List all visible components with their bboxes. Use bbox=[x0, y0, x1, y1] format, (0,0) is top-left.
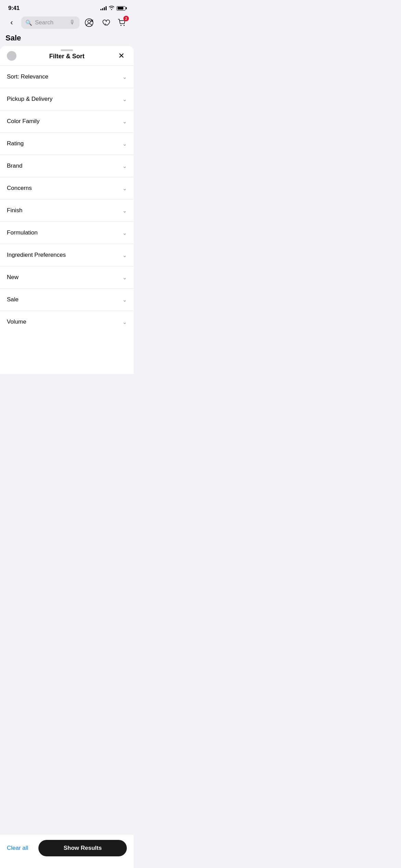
filter-row-brand[interactable]: Brand ⌄ bbox=[0, 155, 134, 177]
filter-row-color[interactable]: Color Family ⌄ bbox=[0, 110, 134, 133]
battery-icon bbox=[117, 6, 125, 11]
cart-badge: 2 bbox=[123, 16, 129, 21]
microphone-icon: 🎙 bbox=[70, 19, 75, 26]
sheet-header: Filter & Sort ✕ bbox=[0, 46, 134, 66]
chevron-down-icon-sale: ⌄ bbox=[122, 297, 127, 303]
filter-row-sort[interactable]: Sort: Relevance ⌄ bbox=[0, 66, 134, 88]
chevron-down-icon-pickup: ⌄ bbox=[122, 96, 127, 103]
signal-icon bbox=[100, 6, 107, 10]
sheet-circle-decoration bbox=[7, 51, 16, 61]
close-button[interactable]: ✕ bbox=[116, 50, 127, 61]
filter-sheet: Filter & Sort ✕ Sort: Relevance ⌄ Pickup… bbox=[0, 46, 134, 374]
status-bar: 9:41 bbox=[0, 0, 134, 14]
filter-list: Sort: Relevance ⌄ Pickup & Delivery ⌄ Co… bbox=[0, 66, 134, 333]
back-chevron-icon: ‹ bbox=[10, 19, 13, 26]
chevron-down-icon-formulation: ⌄ bbox=[122, 230, 127, 236]
wishlist-button[interactable] bbox=[99, 16, 112, 29]
filter-row-sale[interactable]: Sale ⌄ bbox=[0, 289, 134, 311]
filter-row-concerns[interactable]: Concerns ⌄ bbox=[0, 177, 134, 200]
filter-label-pickup: Pickup & Delivery bbox=[7, 96, 52, 103]
filter-row-volume[interactable]: Volume ⌄ bbox=[0, 311, 134, 333]
filter-label-finish: Finish bbox=[7, 207, 22, 214]
filter-label-ingredient: Ingredient Preferences bbox=[7, 252, 66, 258]
search-icon: 🔍 bbox=[25, 20, 32, 26]
svg-point-5 bbox=[124, 25, 125, 26]
svg-point-1 bbox=[88, 20, 90, 23]
filter-label-rating: Rating bbox=[7, 140, 24, 147]
chevron-down-icon-volume: ⌄ bbox=[122, 319, 127, 325]
filter-row-pickup[interactable]: Pickup & Delivery ⌄ bbox=[0, 88, 134, 110]
filter-row-formulation[interactable]: Formulation ⌄ bbox=[0, 222, 134, 244]
filter-row-new[interactable]: New ⌄ bbox=[0, 266, 134, 289]
cart-button[interactable]: 2 bbox=[116, 16, 128, 29]
page-title: Sale bbox=[5, 34, 128, 43]
search-placeholder: Search bbox=[35, 19, 67, 26]
chevron-down-icon-finish: ⌄ bbox=[122, 207, 127, 214]
sheet-title: Filter & Sort bbox=[49, 53, 84, 60]
chevron-down-icon-brand: ⌄ bbox=[122, 163, 127, 169]
wifi-icon bbox=[109, 5, 114, 11]
back-button[interactable]: ‹ bbox=[5, 16, 18, 29]
chevron-down-icon-sort: ⌄ bbox=[122, 74, 127, 80]
page-title-bar: Sale bbox=[0, 32, 134, 46]
filter-row-finish[interactable]: Finish ⌄ bbox=[0, 200, 134, 222]
chevron-down-icon-ingredient: ⌄ bbox=[122, 252, 127, 258]
search-bar[interactable]: 🔍 Search 🎙 bbox=[21, 16, 80, 29]
filter-row-ingredient[interactable]: Ingredient Preferences ⌄ bbox=[0, 244, 134, 266]
chevron-down-icon-rating: ⌄ bbox=[122, 141, 127, 147]
account-icon bbox=[85, 18, 94, 27]
filter-label-new: New bbox=[7, 274, 19, 281]
svg-point-4 bbox=[121, 25, 122, 26]
chevron-down-icon-color: ⌄ bbox=[122, 118, 127, 125]
filter-label-brand: Brand bbox=[7, 162, 22, 169]
filter-label-sort: Sort: Relevance bbox=[7, 73, 48, 80]
nav-bar: ‹ 🔍 Search 🎙 bbox=[0, 14, 134, 32]
status-icons bbox=[100, 5, 125, 11]
filter-label-concerns: Concerns bbox=[7, 185, 32, 192]
filter-label-formulation: Formulation bbox=[7, 229, 38, 236]
chevron-down-icon-new: ⌄ bbox=[122, 274, 127, 281]
filter-label-volume: Volume bbox=[7, 318, 26, 325]
close-icon: ✕ bbox=[118, 52, 124, 60]
filter-label-sale: Sale bbox=[7, 296, 19, 303]
status-time: 9:41 bbox=[8, 5, 20, 12]
heart-icon bbox=[101, 18, 110, 27]
nav-actions: 2 bbox=[83, 16, 128, 29]
account-button[interactable] bbox=[83, 16, 95, 29]
filter-label-color: Color Family bbox=[7, 118, 39, 125]
filter-row-rating[interactable]: Rating ⌄ bbox=[0, 133, 134, 155]
drag-handle bbox=[61, 49, 73, 51]
chevron-down-icon-concerns: ⌄ bbox=[122, 185, 127, 192]
